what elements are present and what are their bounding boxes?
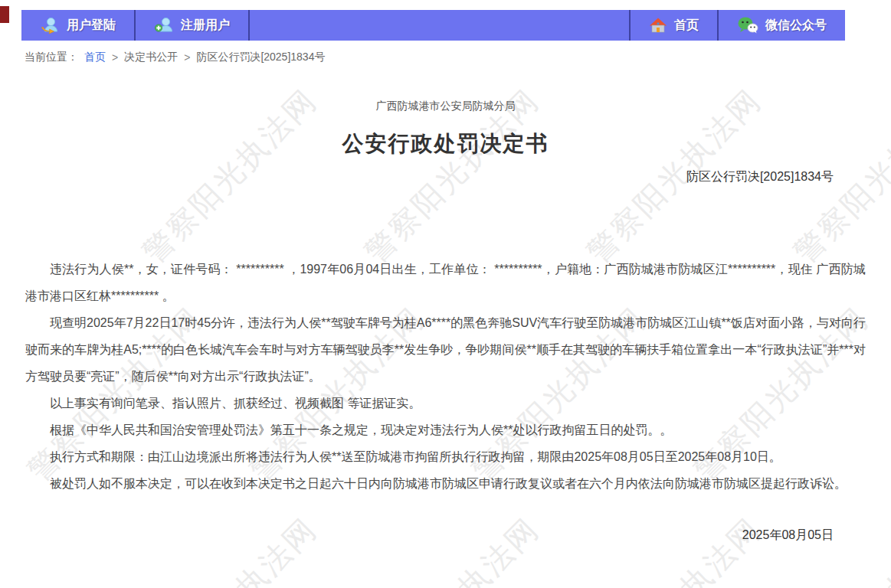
login-label: 用户登陆 bbox=[67, 18, 116, 34]
register-user-icon bbox=[154, 15, 174, 35]
breadcrumb-home-link[interactable]: 首页 bbox=[84, 51, 106, 64]
home-button[interactable]: 首页 bbox=[631, 10, 717, 41]
top-navigation-bar: 用户登陆 注册用户 bbox=[21, 10, 845, 41]
login-button[interactable]: 用户登陆 bbox=[21, 10, 134, 41]
wechat-label: 微信公众号 bbox=[765, 18, 827, 34]
home-icon bbox=[649, 16, 667, 34]
document-number: 防区公行罚决[2025]1834号 bbox=[25, 169, 866, 185]
breadcrumb-current: 防区公行罚决[2025]1834号 bbox=[196, 51, 325, 64]
paragraph-offender-info: 违法行为人侯**，女，证件号码： ********** ，1997年06月04日… bbox=[25, 256, 866, 309]
breadcrumb-section: 决定书公开 bbox=[124, 51, 178, 64]
issuing-agency: 广西防城港市公安局防城分局 bbox=[25, 100, 866, 113]
paragraph-enforcement: 执行方式和期限：由江山边境派出所将违法行为人侯**送至防城港市拘留所执行行政拘留… bbox=[25, 443, 866, 470]
breadcrumb: 当前位置： 首页 > 决定书公开 > 防区公行罚决[2025]1834号 bbox=[25, 51, 325, 64]
paragraph-facts: 现查明2025年7月22日17时45分许，违法行为人侯**驾驶车牌号为桂A6**… bbox=[25, 309, 866, 390]
home-label: 首页 bbox=[674, 18, 699, 34]
breadcrumb-separator: > bbox=[112, 51, 118, 64]
wechat-icon bbox=[737, 16, 758, 34]
register-label: 注册用户 bbox=[181, 18, 230, 34]
paragraph-evidence: 以上事实有询问笔录、指认照片、抓获经过、视频截图 等证据证实。 bbox=[25, 390, 866, 416]
paragraph-appeal-rights: 被处罚人如不服本决定，可以在收到本决定书之日起六十日内向防城港市防城区申请行政复… bbox=[25, 470, 866, 497]
breadcrumb-label: 当前位置： bbox=[25, 51, 78, 64]
navbar-divider bbox=[248, 10, 250, 41]
wechat-button[interactable]: 微信公众号 bbox=[719, 10, 845, 41]
breadcrumb-separator: > bbox=[184, 51, 190, 64]
register-button[interactable]: 注册用户 bbox=[136, 10, 248, 41]
user-login-icon bbox=[40, 15, 60, 35]
document-date: 2025年08月05日 bbox=[25, 528, 866, 544]
penalty-decision-document: 广西防城港市公安局防城分局 公安行政处罚决定书 防区公行罚决[2025]1834… bbox=[0, 0, 891, 544]
document-title: 公安行政处罚决定书 bbox=[25, 131, 866, 157]
paragraph-legal-basis: 根据《中华人民共和国治安管理处罚法》第五十一条之规定，现决定对违法行为人侯**处… bbox=[25, 416, 866, 443]
page: 警察阳光执法网 警察阳光执法网 警察阳光执法网 警察阳光执法网 警察阳光执法网 … bbox=[0, 0, 891, 588]
